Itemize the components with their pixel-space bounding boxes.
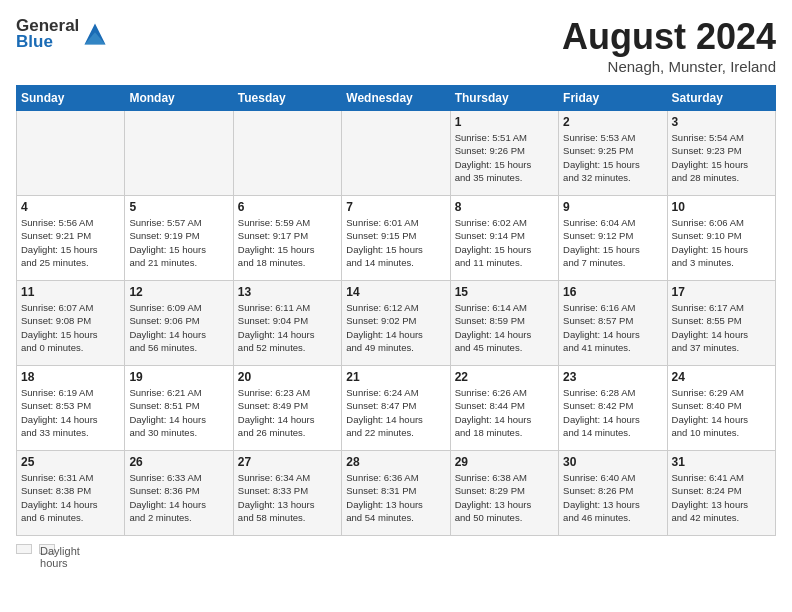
day-number: 24 (672, 370, 771, 384)
calendar-header-row: SundayMondayTuesdayWednesdayThursdayFrid… (17, 86, 776, 111)
day-of-week-header: Wednesday (342, 86, 450, 111)
day-of-week-header: Thursday (450, 86, 558, 111)
calendar-cell: 15Sunrise: 6:14 AMSunset: 8:59 PMDayligh… (450, 281, 558, 366)
day-info: Sunrise: 6:34 AMSunset: 8:33 PMDaylight:… (238, 471, 337, 524)
calendar-cell: 24Sunrise: 6:29 AMSunset: 8:40 PMDayligh… (667, 366, 775, 451)
calendar-cell: 27Sunrise: 6:34 AMSunset: 8:33 PMDayligh… (233, 451, 341, 536)
logo: General Blue (16, 16, 109, 52)
day-number: 27 (238, 455, 337, 469)
calendar-subtitle: Nenagh, Munster, Ireland (562, 58, 776, 75)
day-info: Sunrise: 6:40 AMSunset: 8:26 PMDaylight:… (563, 471, 662, 524)
logo-icon (81, 20, 109, 48)
day-number: 20 (238, 370, 337, 384)
day-info: Sunrise: 6:26 AMSunset: 8:44 PMDaylight:… (455, 386, 554, 439)
day-number: 9 (563, 200, 662, 214)
day-number: 26 (129, 455, 228, 469)
day-info: Sunrise: 6:29 AMSunset: 8:40 PMDaylight:… (672, 386, 771, 439)
calendar-cell: 10Sunrise: 6:06 AMSunset: 9:10 PMDayligh… (667, 196, 775, 281)
calendar-cell: 13Sunrise: 6:11 AMSunset: 9:04 PMDayligh… (233, 281, 341, 366)
calendar-cell: 30Sunrise: 6:40 AMSunset: 8:26 PMDayligh… (559, 451, 667, 536)
footer-label: Daylight hours (39, 544, 55, 554)
day-info: Sunrise: 6:02 AMSunset: 9:14 PMDaylight:… (455, 216, 554, 269)
day-info: Sunrise: 6:14 AMSunset: 8:59 PMDaylight:… (455, 301, 554, 354)
calendar-week-row: 25Sunrise: 6:31 AMSunset: 8:38 PMDayligh… (17, 451, 776, 536)
day-number: 5 (129, 200, 228, 214)
day-info: Sunrise: 6:28 AMSunset: 8:42 PMDaylight:… (563, 386, 662, 439)
day-number: 31 (672, 455, 771, 469)
calendar-week-row: 4Sunrise: 5:56 AMSunset: 9:21 PMDaylight… (17, 196, 776, 281)
calendar-cell: 19Sunrise: 6:21 AMSunset: 8:51 PMDayligh… (125, 366, 233, 451)
day-info: Sunrise: 6:16 AMSunset: 8:57 PMDaylight:… (563, 301, 662, 354)
day-of-week-header: Sunday (17, 86, 125, 111)
day-number: 8 (455, 200, 554, 214)
calendar-cell (125, 111, 233, 196)
calendar-title: August 2024 (562, 16, 776, 58)
calendar-cell: 7Sunrise: 6:01 AMSunset: 9:15 PMDaylight… (342, 196, 450, 281)
day-number: 19 (129, 370, 228, 384)
day-info: Sunrise: 5:53 AMSunset: 9:25 PMDaylight:… (563, 131, 662, 184)
calendar-cell: 12Sunrise: 6:09 AMSunset: 9:06 PMDayligh… (125, 281, 233, 366)
calendar-cell: 1Sunrise: 5:51 AMSunset: 9:26 PMDaylight… (450, 111, 558, 196)
day-info: Sunrise: 6:19 AMSunset: 8:53 PMDaylight:… (21, 386, 120, 439)
day-number: 14 (346, 285, 445, 299)
day-number: 16 (563, 285, 662, 299)
calendar-cell: 23Sunrise: 6:28 AMSunset: 8:42 PMDayligh… (559, 366, 667, 451)
calendar-cell: 18Sunrise: 6:19 AMSunset: 8:53 PMDayligh… (17, 366, 125, 451)
day-info: Sunrise: 5:59 AMSunset: 9:17 PMDaylight:… (238, 216, 337, 269)
day-info: Sunrise: 5:51 AMSunset: 9:26 PMDaylight:… (455, 131, 554, 184)
calendar-cell: 16Sunrise: 6:16 AMSunset: 8:57 PMDayligh… (559, 281, 667, 366)
calendar-cell: 4Sunrise: 5:56 AMSunset: 9:21 PMDaylight… (17, 196, 125, 281)
title-block: August 2024 Nenagh, Munster, Ireland (562, 16, 776, 75)
day-info: Sunrise: 6:31 AMSunset: 8:38 PMDaylight:… (21, 471, 120, 524)
calendar-cell: 22Sunrise: 6:26 AMSunset: 8:44 PMDayligh… (450, 366, 558, 451)
day-number: 11 (21, 285, 120, 299)
day-info: Sunrise: 6:11 AMSunset: 9:04 PMDaylight:… (238, 301, 337, 354)
daylight-swatch (16, 544, 32, 554)
day-number: 29 (455, 455, 554, 469)
calendar-cell: 5Sunrise: 5:57 AMSunset: 9:19 PMDaylight… (125, 196, 233, 281)
calendar-cell: 31Sunrise: 6:41 AMSunset: 8:24 PMDayligh… (667, 451, 775, 536)
calendar-cell: 8Sunrise: 6:02 AMSunset: 9:14 PMDaylight… (450, 196, 558, 281)
day-number: 22 (455, 370, 554, 384)
day-number: 13 (238, 285, 337, 299)
calendar-table: SundayMondayTuesdayWednesdayThursdayFrid… (16, 85, 776, 536)
day-number: 4 (21, 200, 120, 214)
day-number: 3 (672, 115, 771, 129)
calendar-week-row: 1Sunrise: 5:51 AMSunset: 9:26 PMDaylight… (17, 111, 776, 196)
calendar-body: 1Sunrise: 5:51 AMSunset: 9:26 PMDaylight… (17, 111, 776, 536)
day-number: 10 (672, 200, 771, 214)
calendar-cell: 26Sunrise: 6:33 AMSunset: 8:36 PMDayligh… (125, 451, 233, 536)
calendar-cell (233, 111, 341, 196)
calendar-week-row: 11Sunrise: 6:07 AMSunset: 9:08 PMDayligh… (17, 281, 776, 366)
calendar-cell: 14Sunrise: 6:12 AMSunset: 9:02 PMDayligh… (342, 281, 450, 366)
day-number: 25 (21, 455, 120, 469)
day-info: Sunrise: 6:01 AMSunset: 9:15 PMDaylight:… (346, 216, 445, 269)
calendar-cell: 25Sunrise: 6:31 AMSunset: 8:38 PMDayligh… (17, 451, 125, 536)
day-number: 28 (346, 455, 445, 469)
day-info: Sunrise: 5:57 AMSunset: 9:19 PMDaylight:… (129, 216, 228, 269)
calendar-cell: 29Sunrise: 6:38 AMSunset: 8:29 PMDayligh… (450, 451, 558, 536)
day-info: Sunrise: 6:07 AMSunset: 9:08 PMDaylight:… (21, 301, 120, 354)
day-info: Sunrise: 5:54 AMSunset: 9:23 PMDaylight:… (672, 131, 771, 184)
day-number: 23 (563, 370, 662, 384)
day-info: Sunrise: 6:41 AMSunset: 8:24 PMDaylight:… (672, 471, 771, 524)
footer-note: Daylight hours (16, 542, 776, 554)
calendar-cell: 9Sunrise: 6:04 AMSunset: 9:12 PMDaylight… (559, 196, 667, 281)
day-of-week-header: Friday (559, 86, 667, 111)
day-number: 30 (563, 455, 662, 469)
calendar-cell: 11Sunrise: 6:07 AMSunset: 9:08 PMDayligh… (17, 281, 125, 366)
day-info: Sunrise: 6:17 AMSunset: 8:55 PMDaylight:… (672, 301, 771, 354)
day-number: 7 (346, 200, 445, 214)
day-number: 1 (455, 115, 554, 129)
day-number: 2 (563, 115, 662, 129)
day-info: Sunrise: 6:04 AMSunset: 9:12 PMDaylight:… (563, 216, 662, 269)
calendar-week-row: 18Sunrise: 6:19 AMSunset: 8:53 PMDayligh… (17, 366, 776, 451)
day-info: Sunrise: 6:23 AMSunset: 8:49 PMDaylight:… (238, 386, 337, 439)
day-of-week-header: Tuesday (233, 86, 341, 111)
calendar-cell: 3Sunrise: 5:54 AMSunset: 9:23 PMDaylight… (667, 111, 775, 196)
calendar-cell: 28Sunrise: 6:36 AMSunset: 8:31 PMDayligh… (342, 451, 450, 536)
day-info: Sunrise: 6:21 AMSunset: 8:51 PMDaylight:… (129, 386, 228, 439)
day-info: Sunrise: 6:36 AMSunset: 8:31 PMDaylight:… (346, 471, 445, 524)
day-info: Sunrise: 6:38 AMSunset: 8:29 PMDaylight:… (455, 471, 554, 524)
day-info: Sunrise: 5:56 AMSunset: 9:21 PMDaylight:… (21, 216, 120, 269)
